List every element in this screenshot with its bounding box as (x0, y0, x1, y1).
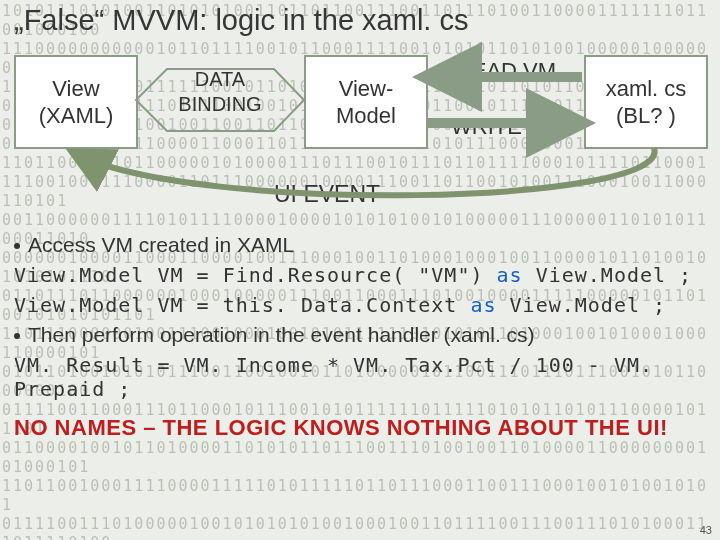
code-line-3: VM. Result = VM. Income * VM. Tax.Pct / … (14, 353, 706, 401)
bullet-2: Then perform operation in the event hand… (14, 323, 706, 347)
warning-text: NO NAMES – THE LOGIC KNOWS NOTHING ABOUT… (14, 415, 706, 441)
diagram-arrows (14, 55, 706, 215)
bullet-icon (14, 333, 20, 339)
slide-title: „False“ MVVM: logic in the xaml. cs (14, 4, 706, 37)
page-number: 43 (700, 524, 712, 536)
code-line-1: View.Model VM = Find.Resource( "VM") as … (14, 263, 706, 287)
bullet-1: Access VM created in XAML (14, 233, 706, 257)
bullet-icon (14, 243, 20, 249)
diagram: View (XAML) DATA BINDING View- Model REA… (14, 55, 706, 215)
code-line-2: View.Model VM = this. Data.Context as Vi… (14, 293, 706, 317)
